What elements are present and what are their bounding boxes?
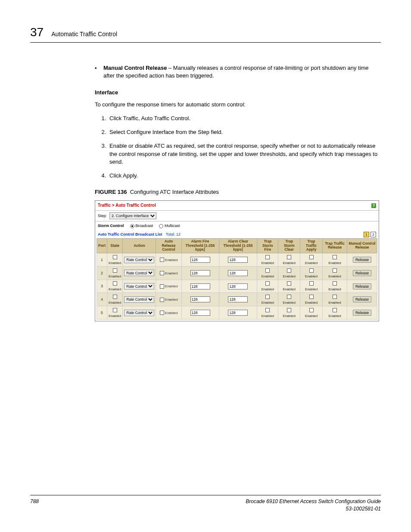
checkbox-icon[interactable] [160,258,164,262]
cell-tsf: Enabled [257,280,278,293]
help-icon[interactable]: ? [371,203,376,208]
fire-threshold-input[interactable] [190,296,210,302]
action-select[interactable]: Rate Control [124,270,154,276]
broadcast-option[interactable]: Broadcast [130,223,153,229]
fire-threshold-input[interactable] [190,257,210,263]
action-select[interactable]: Rate Control [124,296,154,303]
checkbox-icon[interactable] [287,308,291,312]
col-state: State [107,238,123,253]
clear-threshold-input[interactable] [228,283,248,289]
checkbox-icon[interactable] [333,308,337,312]
checkbox-icon[interactable] [309,295,314,299]
checkbox-icon[interactable] [309,308,314,312]
table-row: 5EnabledRate Control EnabledEnabledEnabl… [97,306,377,320]
procedure-list: Click Traffic, Auto Traffic Control. Sel… [95,115,381,180]
checkbox-icon[interactable] [265,295,270,299]
pager-1[interactable]: 1 [364,232,369,237]
procedure-step: Select Configure Interface from the Step… [108,128,381,136]
chapter-title: Automatic Traffic Control [51,30,117,39]
checkbox-icon[interactable] [113,268,117,273]
checkbox-icon[interactable] [160,271,164,275]
action-select[interactable]: Rate Control [124,310,154,316]
checkbox-icon[interactable] [265,255,270,259]
cell-fire [181,266,219,280]
checkbox-icon[interactable] [333,255,337,259]
cell-mcr: Release [347,253,377,267]
checkbox-icon[interactable] [287,255,291,259]
bullet-term: Manual Control Release [103,65,167,71]
cell-tsf: Enabled [257,293,278,306]
checkbox-icon[interactable] [113,308,117,312]
fire-threshold-input[interactable] [190,270,210,276]
cell-tsc: Enabled [278,253,300,267]
procedure-step: Click Traffic, Auto Traffic Control. [108,115,381,122]
cell-tsc: Enabled [278,266,300,280]
fire-threshold-input[interactable] [190,283,210,289]
clear-threshold-input[interactable] [228,296,248,302]
cell-clear [219,266,257,280]
checkbox-icon[interactable] [265,268,270,273]
table-row: 2EnabledRate Control EnabledEnabledEnabl… [97,266,377,280]
cell-tta: Enabled [300,293,323,306]
procedure-step: Enable or disable ATC as required, set t… [108,142,381,166]
cell-tta: Enabled [300,266,323,280]
col-tta: Trap Traffic Apply [300,238,323,253]
col-port: Port [97,238,107,253]
checkbox-icon[interactable] [287,281,291,286]
checkbox-icon[interactable] [265,281,270,286]
content-area: • Manual Control Release – Manually rele… [95,64,381,321]
clear-threshold-input[interactable] [228,310,248,316]
cell-mcr: Release [347,280,377,293]
table-row: 3EnabledRate Control EnabledEnabledEnabl… [97,280,377,293]
checkbox-icon[interactable] [113,281,117,286]
checkbox-icon[interactable] [309,268,314,273]
pager-2[interactable]: 2 [371,232,376,237]
cell-ttr: Enabled [323,293,347,306]
col-tsf: Trap Storm Fire [257,238,278,253]
checkbox-icon[interactable] [160,311,164,315]
checkbox-icon[interactable] [160,298,164,302]
checkbox-icon[interactable] [265,308,270,312]
col-fire: Alarm Fire Threshold (1-255 kpps) [181,238,219,253]
col-ttr: Trap Traffic Release [323,238,347,253]
cell-ttr: Enabled [323,266,347,280]
release-button[interactable]: Release [353,283,371,289]
checkbox-icon[interactable] [287,268,291,273]
list-total: Total: 12 [166,232,181,236]
procedure-step: Click Apply. [108,172,381,180]
page-footer: 788 Brocade 6910 Ethernet Access Switch … [30,495,381,513]
breadcrumb-bar: Traffic > Auto Traffic Control ? [95,201,379,210]
cell-fire [181,280,219,293]
cell-arc: Enabled [156,266,181,280]
clear-threshold-input[interactable] [228,270,248,276]
action-select[interactable]: Rate Control [124,283,154,289]
cell-clear [219,293,257,306]
cell-tsf: Enabled [257,306,278,320]
cell-tta: Enabled [300,280,323,293]
fire-threshold-input[interactable] [190,310,210,316]
table-header-row: Port State Action Auto Release Control A… [97,238,377,253]
step-select[interactable]: 2. Configure Interface [109,212,156,219]
release-button[interactable]: Release [353,257,371,263]
clear-threshold-input[interactable] [228,257,248,263]
checkbox-icon[interactable] [333,295,337,299]
release-button[interactable]: Release [353,310,371,316]
checkbox-icon[interactable] [160,284,164,289]
checkbox-icon[interactable] [309,255,314,259]
list-title: Auto Traffic Control Broadcast List [98,232,162,236]
action-select[interactable]: Rate Control [124,257,154,263]
checkbox-icon[interactable] [113,255,117,259]
figure-caption: FIGURE 136 Configuring ATC Interface Att… [95,188,381,196]
cell-clear [219,253,257,267]
table-row: 4EnabledRate Control EnabledEnabledEnabl… [97,293,377,306]
release-button[interactable]: Release [353,296,371,302]
checkbox-icon[interactable] [113,295,117,299]
guide-title: Brocade 6910 Ethernet Access Switch Conf… [246,498,381,504]
multicast-option[interactable]: Multicast [159,223,180,229]
checkbox-icon[interactable] [333,268,337,273]
bullet-text: Manual Control Release – Manually releas… [103,64,381,80]
checkbox-icon[interactable] [333,281,337,286]
checkbox-icon[interactable] [287,295,291,299]
release-button[interactable]: Release [353,270,371,276]
checkbox-icon[interactable] [309,281,314,286]
